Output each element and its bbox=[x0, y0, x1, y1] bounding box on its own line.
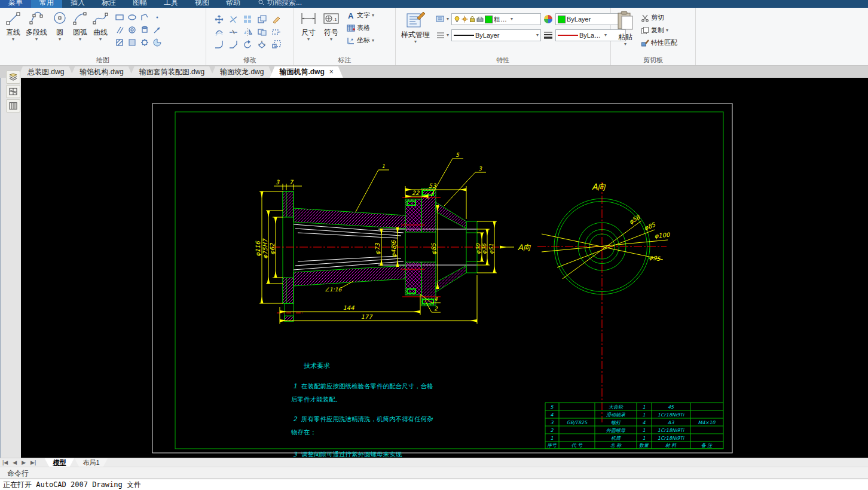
dropdown-caret[interactable]: ▾ bbox=[624, 42, 626, 46]
dropdown-caret[interactable]: ▾ bbox=[604, 34, 607, 37]
panel-label-properties: 特性 bbox=[396, 56, 610, 65]
dimension-tool[interactable]: 尺寸▾ bbox=[297, 10, 320, 42]
break-tool[interactable] bbox=[226, 26, 240, 38]
layer-combo[interactable]: 粗实线 ▾ bbox=[451, 13, 541, 25]
color-wheel-icon[interactable] bbox=[543, 14, 553, 24]
layer-tool-button[interactable]: ▾ bbox=[436, 15, 449, 23]
menu-tab-sheet[interactable]: 图幅 bbox=[124, 0, 155, 8]
menu-tab-insert[interactable]: 插入 bbox=[62, 0, 93, 8]
spline-tool[interactable]: 曲线▾ bbox=[90, 10, 111, 42]
side-dim-58: φ58 bbox=[628, 213, 642, 226]
doc-tab-assembly[interactable]: 总装图.dwg bbox=[18, 66, 74, 78]
chamfer-tool[interactable] bbox=[226, 38, 240, 51]
drawing-canvas[interactable]: φ116 φ75H7 φ62 3 7 53 bbox=[21, 78, 868, 458]
parallel-tool[interactable] bbox=[113, 23, 126, 36]
dropdown-caret[interactable]: ▾ bbox=[79, 38, 81, 41]
dropdown-caret[interactable]: ▾ bbox=[372, 39, 374, 42]
layer-lock-icon[interactable] bbox=[469, 16, 475, 23]
dropdown-caret[interactable]: ▾ bbox=[307, 38, 310, 41]
cut-button[interactable]: 剪切 bbox=[639, 12, 679, 23]
nav-next-icon[interactable]: ▶ bbox=[19, 459, 28, 465]
match-properties-button[interactable]: 特性匹配 bbox=[639, 37, 679, 48]
ellipse-tool[interactable] bbox=[126, 11, 138, 23]
sheet-frame bbox=[152, 104, 732, 453]
donut-tool[interactable] bbox=[126, 23, 138, 36]
rotate-tool[interactable] bbox=[240, 38, 255, 51]
layer-panel-icon[interactable] bbox=[6, 71, 20, 84]
grid-panel-icon[interactable] bbox=[6, 85, 20, 98]
tab-layout1[interactable]: 布局1 bbox=[74, 458, 108, 467]
doc-tab-auger[interactable]: 输面绞龙.dwg bbox=[210, 66, 273, 78]
menu-tab-tools[interactable]: 工具 bbox=[155, 0, 187, 8]
nav-last-icon[interactable]: ▶| bbox=[28, 459, 38, 465]
region-tool[interactable] bbox=[126, 36, 138, 48]
rectangle-tool[interactable] bbox=[113, 11, 126, 23]
menu-tab-home[interactable]: 常用 bbox=[31, 0, 62, 8]
dropdown-caret[interactable]: ▾ bbox=[330, 38, 332, 41]
nav-first-icon[interactable]: |◀ bbox=[0, 459, 10, 465]
cylinder-tool[interactable] bbox=[138, 23, 151, 36]
dropdown-caret[interactable]: ▾ bbox=[666, 29, 668, 32]
paste-button[interactable]: 粘贴▾ bbox=[614, 10, 637, 47]
menu-tab-view[interactable]: 视图 bbox=[187, 0, 218, 8]
text-tool[interactable]: A 文字▾ bbox=[345, 10, 376, 21]
mirror-tool[interactable] bbox=[240, 26, 255, 38]
dropdown-caret[interactable]: ▾ bbox=[99, 38, 102, 41]
arc-tool[interactable]: 圆弧▾ bbox=[70, 10, 90, 42]
draw-extra-tools bbox=[113, 11, 163, 48]
doc-tab-sleeve-assembly[interactable]: 输面套筒装配图.dwg bbox=[130, 66, 214, 78]
stretch-tool[interactable] bbox=[269, 26, 283, 38]
overlap-tool[interactable] bbox=[255, 26, 269, 38]
side-dim-85: φ85 bbox=[643, 221, 657, 232]
dropdown-caret[interactable]: ▾ bbox=[12, 38, 14, 41]
nav-prev-icon[interactable]: ◀ bbox=[10, 459, 19, 465]
point-tool[interactable] bbox=[151, 11, 163, 23]
linetype-combo[interactable]: ByLayer ▾ bbox=[451, 29, 541, 41]
array-tool[interactable] bbox=[240, 13, 255, 26]
dropdown-caret[interactable]: ▾ bbox=[59, 38, 61, 41]
close-tab-icon[interactable]: × bbox=[329, 66, 334, 78]
layer-on-bulb-icon[interactable] bbox=[454, 16, 460, 23]
bom-table: 5大齿轮145 4滑动轴承11Cr18Ni9Ti 3GB/T825螺钉4A3M4… bbox=[545, 403, 723, 449]
trim-tool[interactable] bbox=[226, 13, 240, 26]
move-tool[interactable] bbox=[212, 13, 226, 26]
copy-object-tool[interactable] bbox=[255, 13, 269, 26]
doc-tab-filling-mechanism[interactable]: 输馅机构.dwg bbox=[70, 66, 133, 78]
pie-tool[interactable] bbox=[151, 36, 163, 48]
dropdown-caret[interactable]: ▾ bbox=[536, 34, 539, 37]
menu-tab-annotate[interactable]: 标注 bbox=[93, 0, 124, 8]
dropdown-caret[interactable]: ▾ bbox=[372, 14, 374, 17]
main-section-view bbox=[272, 188, 499, 321]
explode-tool[interactable] bbox=[255, 38, 269, 51]
symbol-tool[interactable]: .1 符号▾ bbox=[320, 10, 343, 42]
hatch-tool[interactable] bbox=[113, 36, 126, 48]
polyline-tool[interactable]: 多段线▾ bbox=[23, 10, 50, 42]
layer-plot-printer-icon[interactable] bbox=[476, 16, 484, 23]
polygon-tool[interactable] bbox=[138, 11, 151, 23]
tab-model[interactable]: 模型 bbox=[44, 458, 74, 467]
scale-tool[interactable] bbox=[269, 38, 283, 51]
circle-tool[interactable]: 圆▾ bbox=[50, 10, 70, 42]
menu-tab-help[interactable]: 帮助 bbox=[218, 0, 249, 8]
layer-freeze-sun-icon[interactable] bbox=[461, 16, 468, 23]
copy-button[interactable]: 复制▾ bbox=[639, 25, 679, 36]
menu-tab-main[interactable]: 菜单 bbox=[0, 0, 31, 8]
gear-tool[interactable] bbox=[138, 36, 151, 48]
linetype-tool-button[interactable]: ▾ bbox=[436, 32, 449, 39]
table-tool[interactable]: 表格 bbox=[345, 22, 376, 34]
doc-tab-barrel-active[interactable]: 输面机筒.dwg × bbox=[270, 66, 343, 78]
command-line[interactable]: 正在打开 AutoCAD 2007 Drawing 文件 bbox=[0, 479, 868, 490]
lineweight-icon[interactable] bbox=[543, 31, 553, 39]
line-tool[interactable]: 直线▾ bbox=[3, 10, 23, 42]
coordinate-tool[interactable]: 坐标▾ bbox=[345, 35, 376, 46]
erase-tool[interactable] bbox=[269, 13, 283, 26]
function-search[interactable]: 功能搜索... bbox=[258, 0, 302, 8]
fillet-tool[interactable] bbox=[212, 38, 226, 51]
offset-tool[interactable] bbox=[212, 26, 226, 38]
view-panel-icon[interactable] bbox=[6, 99, 20, 112]
style-manager-button[interactable]: 样式管理▾ bbox=[399, 10, 432, 45]
dropdown-caret[interactable]: ▾ bbox=[35, 38, 38, 41]
dropdown-caret[interactable]: ▾ bbox=[511, 17, 513, 21]
arrow-tool[interactable] bbox=[151, 23, 163, 36]
dropdown-caret[interactable]: ▾ bbox=[414, 40, 417, 44]
